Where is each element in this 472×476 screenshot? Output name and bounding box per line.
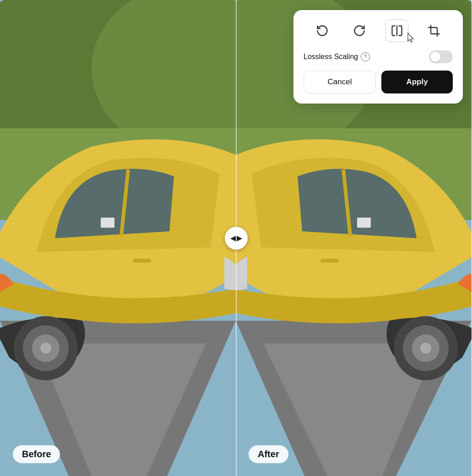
- svg-rect-24: [320, 259, 339, 263]
- svg-point-10: [40, 343, 51, 354]
- action-buttons-row: Cancel Apply: [304, 71, 453, 93]
- svg-rect-11: [133, 259, 151, 263]
- popup-panel: Lossless Scaling ? Cancel Apply: [293, 10, 463, 104]
- rotate-left-button[interactable]: [311, 19, 334, 42]
- lossless-scaling-row: Lossless Scaling ?: [304, 50, 453, 63]
- after-label: After: [249, 445, 288, 463]
- flip-button[interactable]: [385, 19, 408, 42]
- before-label: Before: [13, 445, 60, 463]
- slider-arrows-icon: ◀▶: [230, 234, 242, 242]
- comparison-container: Before: [0, 0, 472, 476]
- rotate-right-button[interactable]: [348, 19, 371, 42]
- apply-button[interactable]: Apply: [381, 71, 453, 93]
- lossless-label: Lossless Scaling ?: [304, 52, 370, 61]
- svg-rect-12: [101, 218, 114, 228]
- lossless-text: Lossless Scaling: [304, 53, 358, 61]
- svg-rect-25: [357, 218, 371, 228]
- slider-handle[interactable]: ◀▶: [225, 227, 248, 250]
- icon-toolbar: [304, 19, 453, 42]
- lossless-toggle[interactable]: [429, 50, 453, 63]
- toggle-knob: [430, 52, 440, 62]
- crop-button[interactable]: [423, 19, 445, 42]
- help-icon[interactable]: ?: [361, 52, 370, 61]
- cancel-button[interactable]: Cancel: [304, 71, 376, 93]
- svg-point-23: [420, 343, 431, 354]
- before-image: Before: [0, 0, 236, 476]
